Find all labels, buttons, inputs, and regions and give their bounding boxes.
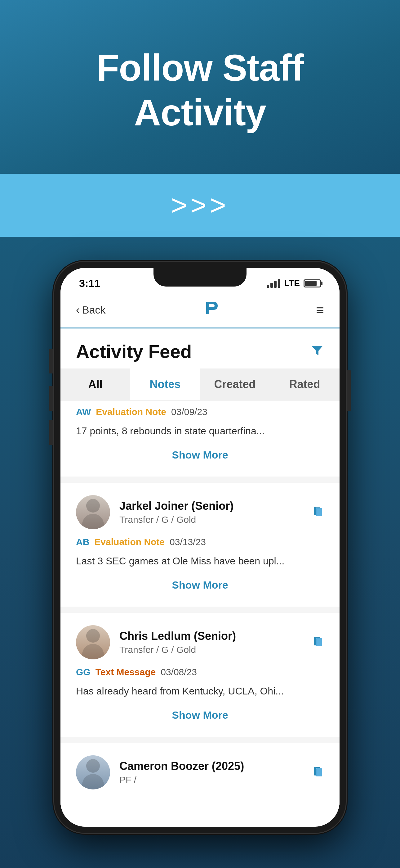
activity-card-3: Cameron Boozer (2025) PF /	[61, 743, 339, 809]
card-badge-3	[313, 766, 324, 779]
player-name-3: Cameron Boozer (2025)	[120, 760, 304, 773]
note-meta-2: GG Text Message 03/08/23	[76, 667, 324, 677]
page-header: Activity Feed	[61, 329, 339, 369]
signal-bar-3	[274, 281, 276, 288]
card-header-3: Cameron Boozer (2025) PF /	[76, 755, 324, 789]
note-date-1: 03/13/23	[170, 537, 206, 547]
hero-section: Follow Staff Activity	[0, 0, 400, 174]
show-more-0[interactable]: Show More	[76, 446, 324, 464]
card-badge-2	[313, 636, 324, 649]
battery-fill	[305, 281, 316, 286]
player-avatar-3	[76, 755, 110, 789]
svg-rect-5	[316, 768, 322, 777]
staff-initials-1: AB	[76, 537, 89, 547]
avatar-person-2	[82, 625, 104, 659]
activity-card-2: Chris Ledlum (Senior) Transfer / G / Gol…	[61, 613, 339, 737]
note-type-1: Evaluation Note	[94, 537, 165, 547]
avatar-person-3	[82, 755, 104, 789]
player-info-1: Jarkel Joiner (Senior) Transfer / G / Go…	[120, 499, 304, 525]
player-name-2: Chris Ledlum (Senior)	[120, 629, 304, 643]
player-avatar-1	[76, 495, 110, 529]
note-type-0: Evaluation Note	[96, 407, 166, 417]
player-details-1: Transfer / G / Gold	[120, 515, 304, 525]
tab-notes[interactable]: Notes	[130, 369, 200, 400]
activity-card-0: AW Evaluation Note 03/09/23 17 points, 8…	[61, 400, 339, 476]
arrows-decoration: >>>	[171, 189, 229, 221]
page-title: Activity Feed	[76, 341, 192, 362]
avatar-head-2	[86, 629, 100, 643]
svg-rect-1	[316, 508, 322, 517]
note-date-2: 03/08/23	[161, 667, 197, 677]
note-content-2: Has already heard from Kentucky, UCLA, O…	[76, 684, 324, 699]
player-info-3: Cameron Boozer (2025) PF /	[120, 760, 304, 785]
network-type: LTE	[284, 278, 300, 288]
status-time: 3:11	[79, 277, 100, 289]
avatar-body-1	[82, 514, 104, 529]
svg-rect-3	[316, 638, 322, 647]
tab-rated[interactable]: Rated	[270, 369, 339, 400]
filter-icon[interactable]	[310, 343, 324, 361]
signal-bar-4	[278, 279, 280, 288]
note-date-0: 03/09/23	[171, 407, 207, 417]
card-badge-1	[313, 505, 324, 519]
battery-icon	[304, 279, 321, 287]
staff-initials-2: GG	[76, 667, 91, 677]
signal-bars	[267, 279, 280, 288]
avatar-body-3	[82, 774, 104, 789]
phone-screen: 3:11 LTE ‹ B	[61, 268, 339, 827]
nav-bar: ‹ Back ≡	[61, 292, 339, 329]
phone-section: 3:11 LTE ‹ B	[0, 237, 400, 868]
note-content-1: Last 3 SEC games at Ole Miss have been u…	[76, 554, 324, 568]
staff-initials-0: AW	[76, 407, 91, 417]
tab-all[interactable]: All	[61, 369, 130, 400]
note-meta-0: AW Evaluation Note 03/09/23	[76, 407, 324, 417]
signal-bar-1	[267, 285, 269, 288]
signal-bar-2	[270, 283, 273, 288]
card-header-2: Chris Ledlum (Senior) Transfer / G / Gol…	[76, 625, 324, 659]
menu-icon[interactable]: ≡	[316, 303, 324, 317]
show-more-1[interactable]: Show More	[76, 576, 324, 594]
hero-title: Follow Staff Activity	[96, 45, 304, 135]
player-name-1: Jarkel Joiner (Senior)	[120, 499, 304, 513]
card-header-1: Jarkel Joiner (Senior) Transfer / G / Go…	[76, 495, 324, 529]
avatar-person-1	[82, 495, 104, 529]
note-type-2: Text Message	[96, 667, 156, 677]
status-icons: LTE	[267, 278, 321, 288]
player-avatar-2	[76, 625, 110, 659]
player-info-2: Chris Ledlum (Senior) Transfer / G / Gol…	[120, 629, 304, 655]
avatar-head-1	[86, 499, 100, 513]
tabs-bar: All Notes Created Rated	[61, 369, 339, 400]
back-chevron-icon: ‹	[76, 304, 80, 317]
activity-card-1: Jarkel Joiner (Senior) Transfer / G / Go…	[61, 483, 339, 607]
activity-feed: AW Evaluation Note 03/09/23 17 points, 8…	[61, 400, 339, 809]
back-label: Back	[82, 304, 106, 316]
arrow-banner: >>>	[0, 174, 400, 237]
back-button[interactable]: ‹ Back	[76, 304, 106, 317]
app-logo	[202, 299, 220, 321]
player-details-3: PF /	[120, 775, 304, 785]
player-details-2: Transfer / G / Gold	[120, 645, 304, 655]
avatar-body-2	[82, 644, 104, 659]
phone-frame: 3:11 LTE ‹ B	[54, 262, 346, 833]
show-more-2[interactable]: Show More	[76, 706, 324, 724]
phone-notch	[154, 268, 246, 286]
note-content-0: 17 points, 8 rebounds in state quarterfi…	[76, 424, 324, 438]
note-meta-1: AB Evaluation Note 03/13/23	[76, 537, 324, 547]
avatar-head-3	[86, 759, 100, 773]
tab-created[interactable]: Created	[200, 369, 270, 400]
